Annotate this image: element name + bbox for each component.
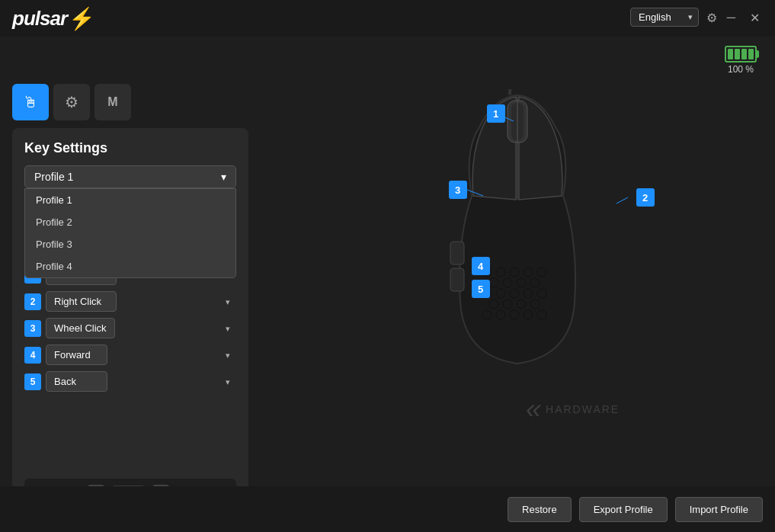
profile-dropdown-wrapper: Profile 1 ▾ Profile 1 Profile 2 Profile … xyxy=(24,165,236,188)
bottom-bar: Restore Export Profile Import Profile xyxy=(0,486,775,532)
app-logo: pulsar xyxy=(12,7,67,30)
tab-performance[interactable]: ⚙ xyxy=(53,84,90,120)
key-num-2: 2 xyxy=(24,293,41,310)
profile-dropdown-button[interactable]: Profile 1 ▾ xyxy=(24,165,236,188)
tab-key-settings[interactable]: 🖱 xyxy=(12,84,49,120)
tab-bar: 🖱 ⚙ M xyxy=(12,84,131,120)
profile-option-1[interactable]: Profile 1 xyxy=(25,189,235,211)
key-num-3: 3 xyxy=(24,320,41,337)
key-select-2[interactable]: Right Click Left Click Middle Click DPI … xyxy=(46,291,117,312)
logo-bolt: ⚡ xyxy=(69,6,95,31)
settings-button[interactable]: ⚙ xyxy=(700,8,723,28)
key-row-4: 4 Forward Back DPI Up DPI Down Disabled xyxy=(24,345,236,365)
minimize-button[interactable]: ─ xyxy=(721,8,741,27)
chevron-down-icon: ▾ xyxy=(221,171,226,183)
key-rows: 1 Left Click Right Click Middle Click DP… xyxy=(24,264,236,392)
mouse-badge-1: 1 xyxy=(487,104,505,123)
language-selector-wrapper: English 中文 日本語 한국어 Deutsch Français xyxy=(630,8,699,27)
minimize-icon: ─ xyxy=(727,11,735,24)
restore-button[interactable]: Restore xyxy=(508,497,572,522)
close-button[interactable]: ✕ xyxy=(744,8,766,28)
watermark-text: HARDWARE xyxy=(546,403,620,415)
mouse-badge-5: 5 xyxy=(472,280,490,298)
profile-dropdown-menu: Profile 1 Profile 2 Profile 3 Profile 4 xyxy=(24,188,236,278)
key-row-5: 5 Back Forward DPI Up DPI Down Disabled xyxy=(24,371,236,392)
logo-bar: pulsar⚡ xyxy=(12,6,95,31)
key-row-2: 2 Right Click Left Click Middle Click DP… xyxy=(24,291,236,312)
key-select-wrapper-3: Wheel Click Left Click Right Click DPI D… xyxy=(46,318,236,338)
svg-rect-4 xyxy=(450,268,464,291)
svg-line-29 xyxy=(616,197,628,204)
mouse-badge-4: 4 xyxy=(472,257,490,275)
key-num-5: 5 xyxy=(24,373,41,390)
mouse-badge-2: 2 xyxy=(636,188,655,207)
key-select-4[interactable]: Forward Back DPI Up DPI Down Disabled xyxy=(46,345,107,365)
main-area: 1 2 3 4 5 « HARDWARE xyxy=(259,43,775,486)
mouse-badge-3: 3 xyxy=(449,181,467,199)
key-select-3[interactable]: Wheel Click Left Click Right Click DPI D… xyxy=(46,318,115,338)
panel-title: Key Settings xyxy=(24,140,236,156)
profile-option-3[interactable]: Profile 3 xyxy=(25,233,235,255)
key-row-3: 3 Wheel Click Left Click Right Click DPI… xyxy=(24,318,236,338)
chevron-icon: « xyxy=(526,393,541,425)
key-select-wrapper-4: Forward Back DPI Up DPI Down Disabled xyxy=(46,345,236,365)
key-select-5[interactable]: Back Forward DPI Up DPI Down Disabled xyxy=(46,371,107,392)
profile-option-2[interactable]: Profile 2 xyxy=(25,211,235,233)
key-num-4: 4 xyxy=(24,347,41,364)
tab-macros[interactable]: M xyxy=(94,84,131,120)
watermark: « HARDWARE xyxy=(526,393,620,425)
mouse-svg xyxy=(434,89,601,379)
macros-icon: M xyxy=(107,95,117,109)
svg-rect-3 xyxy=(450,242,464,264)
key-select-wrapper-2: Right Click Left Click Middle Click DPI … xyxy=(46,291,236,312)
language-selector[interactable]: English 中文 日本語 한국어 Deutsch Français xyxy=(630,8,699,27)
key-select-wrapper-5: Back Forward DPI Up DPI Down Disabled xyxy=(46,371,236,392)
mouse-icon: 🖱 xyxy=(23,94,38,111)
close-icon: ✕ xyxy=(750,11,760,24)
profile-option-4[interactable]: Profile 4 xyxy=(25,255,235,277)
import-profile-button[interactable]: Import Profile xyxy=(675,497,763,522)
mouse-container: 1 2 3 4 5 xyxy=(365,66,670,463)
left-panel: Key Settings Profile 1 ▾ Profile 1 Profi… xyxy=(12,128,248,520)
sliders-icon: ⚙ xyxy=(65,93,78,111)
gear-icon: ⚙ xyxy=(706,11,717,24)
export-profile-button[interactable]: Export Profile xyxy=(579,497,668,522)
profile-selected-label: Profile 1 xyxy=(34,171,73,183)
